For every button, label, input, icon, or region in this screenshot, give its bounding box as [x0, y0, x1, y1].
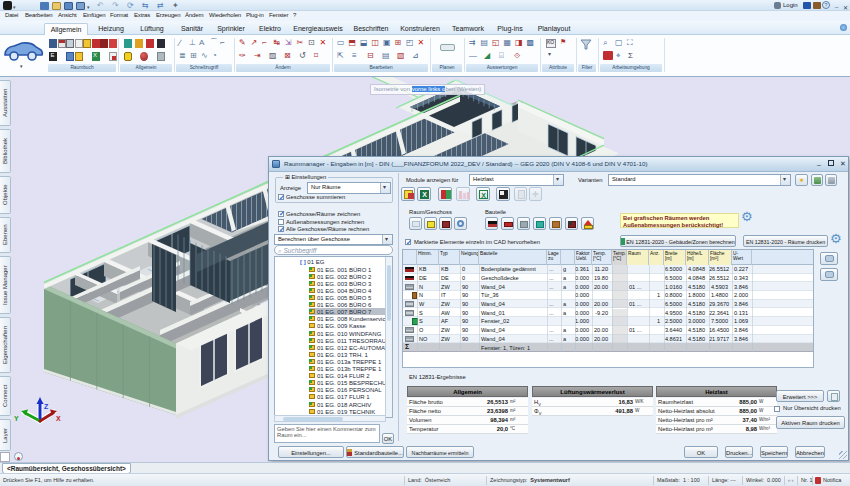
svg-text:Y: Y: [14, 415, 19, 422]
svg-text:X: X: [56, 415, 61, 422]
svg-text:Z: Z: [44, 403, 49, 410]
